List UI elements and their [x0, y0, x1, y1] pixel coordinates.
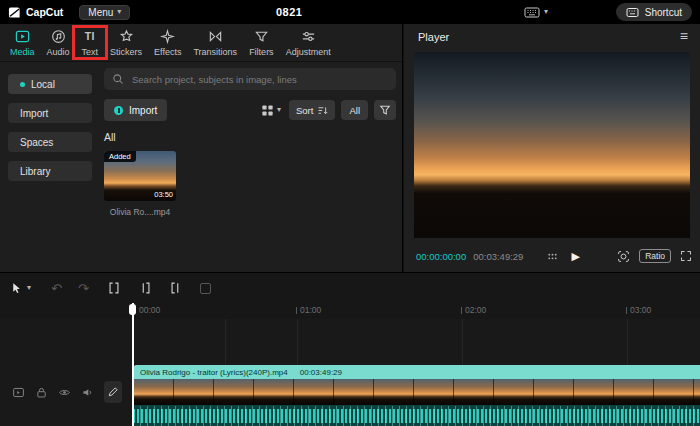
current-time: 00:00:00:00 — [416, 251, 466, 262]
media-clip-card[interactable]: Added 03:50 Olivia Ro....mp4 — [104, 151, 176, 217]
capcut-window: CapCut Menu ▾ 0821 ▾ Shortcut M — [0, 0, 700, 426]
delete-icon — [200, 283, 211, 294]
frame-grid-icon[interactable] — [547, 251, 558, 262]
sidebar-item-spaces[interactable]: Spaces — [8, 132, 92, 152]
player-menu-icon[interactable]: ≡ — [680, 31, 688, 42]
total-duration: 00:03:49:29 — [473, 251, 523, 262]
timeline-clip-duration: 00:03:49:29 — [300, 368, 342, 377]
search-input[interactable] — [130, 73, 388, 86]
player-title: Player — [418, 31, 449, 43]
tab-label: Stickers — [110, 47, 142, 57]
filter-all-label: All — [349, 105, 360, 116]
capcut-logo: CapCut — [8, 6, 63, 19]
edit-track-button[interactable] — [104, 381, 122, 403]
asset-panel: Media Audio TI Text Stickers — [0, 24, 403, 272]
cursor-icon — [10, 281, 23, 295]
search-bar — [104, 68, 396, 90]
tab-adjustment[interactable]: Adjustment — [280, 24, 337, 61]
sidebar-item-library[interactable]: Library — [8, 161, 92, 181]
sidebar-item-label: Local — [31, 79, 55, 90]
import-button[interactable]: Import — [104, 99, 167, 121]
trim-left-button[interactable] — [138, 281, 152, 295]
filter-all-button[interactable]: All — [341, 100, 368, 120]
tab-stickers[interactable]: Stickers — [104, 24, 148, 61]
timeline: ▾ ↶ ↷ — [0, 272, 700, 426]
ruler-tick: 02:00 — [461, 305, 486, 315]
keyboard-layout-dropdown[interactable]: ▾ — [524, 0, 548, 24]
filter-button[interactable] — [374, 100, 396, 120]
tab-effects[interactable]: Effects — [148, 24, 187, 61]
play-button[interactable]: ▶ — [572, 251, 580, 262]
select-tool-button[interactable]: ▾ — [10, 281, 31, 295]
fullscreen-button[interactable] — [680, 250, 692, 262]
trim-right-button[interactable] — [169, 281, 183, 295]
focus-icon[interactable] — [617, 250, 630, 263]
caret-down-icon: ▾ — [544, 8, 548, 16]
player-panel: Player ≡ 00:00:00:00 00:03:49:29 ▶ Ratio — [404, 24, 700, 272]
player-controls: 00:00:00:00 00:03:49:29 ▶ Ratio — [416, 246, 692, 266]
media-content: Import ▾ Sort All — [104, 68, 396, 217]
delete-button[interactable] — [200, 283, 211, 294]
tab-text[interactable]: TI Text — [76, 24, 105, 61]
shortcut-button[interactable]: Shortcut — [616, 3, 692, 21]
player-header: Player ≡ — [404, 24, 700, 43]
added-badge: Added — [104, 151, 136, 162]
split-icon — [107, 281, 121, 295]
tab-transitions[interactable]: Transitions — [187, 24, 243, 61]
lock-icon[interactable] — [35, 386, 48, 399]
trim-left-icon — [138, 281, 152, 295]
tick-mark — [296, 307, 297, 314]
timeline-ruler[interactable]: 00:00 01:00 02:00 03:00 — [0, 303, 700, 319]
undo-button[interactable]: ↶ — [51, 282, 62, 295]
tab-label: Audio — [47, 47, 70, 57]
sidebar-item-label: Library — [20, 166, 51, 177]
view-mode-button[interactable]: ▾ — [259, 104, 283, 117]
funnel-icon — [379, 104, 391, 116]
timeline-clip[interactable]: Olivia Rodrigo - traitor (Lyrics)(240P).… — [133, 365, 700, 426]
sidebar-item-label: Spaces — [20, 137, 53, 148]
clip-filmstrip — [133, 379, 700, 405]
tick-label: 00:00 — [139, 305, 160, 315]
tick-mark — [626, 307, 627, 314]
sidebar-item-import[interactable]: Import — [8, 103, 92, 123]
import-dot-icon — [114, 106, 123, 115]
ruler-tick: 01:00 — [296, 305, 321, 315]
mute-icon[interactable] — [81, 386, 94, 399]
caret-down-icon: ▾ — [277, 106, 281, 114]
split-button[interactable] — [107, 281, 121, 295]
playhead[interactable] — [132, 303, 134, 426]
sidebar-item-local[interactable]: Local — [8, 74, 92, 94]
tick-label: 01:00 — [300, 305, 321, 315]
project-title: 0821 — [276, 0, 302, 24]
ruler-tick: 03:00 — [626, 305, 651, 315]
track-header — [0, 377, 131, 407]
tab-label: Adjustment — [286, 47, 331, 57]
track-options-icon[interactable] — [12, 386, 25, 399]
ratio-button[interactable]: Ratio — [639, 249, 671, 263]
tab-label: Effects — [154, 47, 181, 57]
sort-button[interactable]: Sort — [289, 100, 335, 120]
section-label: All — [104, 131, 396, 143]
menu-button[interactable]: Menu ▾ — [79, 5, 130, 20]
keyboard-icon — [524, 5, 540, 19]
effects-icon — [160, 29, 175, 44]
clip-title-bar: Olivia Rodrigo - traitor (Lyrics)(240P).… — [133, 365, 700, 379]
text-icon: TI — [85, 29, 95, 44]
eye-icon[interactable] — [58, 386, 71, 399]
timeline-toolbar: ▾ ↶ ↷ — [0, 273, 700, 303]
redo-button[interactable]: ↷ — [78, 282, 89, 295]
tab-label: Filters — [249, 47, 274, 57]
tab-media[interactable]: Media — [4, 24, 41, 61]
ruler-tick: 00:00 — [139, 305, 160, 315]
playhead-handle[interactable] — [129, 304, 136, 315]
capcut-logo-icon — [8, 6, 21, 19]
tab-audio[interactable]: Audio — [41, 24, 76, 61]
pencil-icon — [107, 386, 119, 398]
clip-duration: 03:50 — [154, 190, 173, 199]
media-controls-row: Import ▾ Sort All — [104, 99, 396, 121]
undo-icon: ↶ — [51, 282, 62, 295]
sort-label: Sort — [296, 105, 313, 116]
asset-tabs: Media Audio TI Text Stickers — [0, 24, 402, 62]
tab-filters[interactable]: Filters — [243, 24, 280, 61]
caret-down-icon: ▾ — [27, 284, 31, 292]
